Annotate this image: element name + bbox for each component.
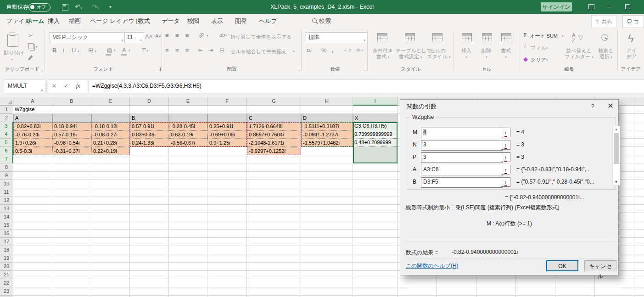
signin-button[interactable]: サインイン (541, 2, 572, 11)
cell-I4[interactable]: 0.739999999999 (353, 130, 398, 139)
grow-font-icon[interactable]: A˄ (145, 33, 152, 40)
row-header-3[interactable]: 3 (0, 122, 13, 130)
row-header-8[interactable]: 8 (0, 163, 13, 172)
conditional-formatting-button[interactable]: 条件付き書式 ▾ (370, 48, 396, 60)
cell-styles-icon[interactable] (432, 33, 442, 41)
font-name-combo[interactable]: MS Pゴシック▾ (50, 32, 125, 43)
select-all-corner[interactable] (0, 97, 13, 106)
collapse-dialog-button[interactable]: ↑ (501, 165, 510, 174)
fill-color-caret-icon[interactable]: ▾ (114, 49, 116, 52)
underline-icon[interactable]: U ▾ (72, 47, 79, 54)
formula-input[interactable]: =WZgglse(4,3,3,A3:C6,D3:F5,G3:G6,H3:H5) (88, 79, 644, 93)
column-header-A[interactable]: A (13, 97, 52, 106)
cell-G2[interactable]: C (247, 114, 301, 122)
fill-button[interactable]: フィル (531, 45, 546, 51)
comments-button[interactable]: 🗩 コメント (622, 15, 644, 28)
row-header-7[interactable]: 7 (0, 155, 13, 163)
cell-E3[interactable]: -0.28-0.45i (169, 122, 207, 130)
confirm-entry-icon[interactable]: ✓ (60, 80, 72, 92)
align-center-icon[interactable]: ≡ (175, 47, 179, 54)
copy-caret-icon[interactable]: ▾ (36, 45, 38, 49)
row-header-18[interactable]: 18 (0, 246, 13, 254)
column-header-F[interactable]: F (207, 97, 247, 106)
format-as-table-icon[interactable] (405, 33, 415, 41)
cut-icon[interactable]: ✂ (28, 32, 34, 39)
column-header-B[interactable]: B (52, 97, 91, 106)
row-header-17[interactable]: 17 (0, 238, 13, 246)
row-header-22[interactable]: 22 (0, 279, 13, 287)
align-right-icon[interactable]: ≡ (185, 47, 189, 54)
autosum-icon[interactable]: Σ (523, 32, 527, 39)
tab-developer[interactable]: 開発 (233, 14, 249, 28)
merge-center-icon[interactable]: ⊟ (219, 47, 224, 54)
wrap-text-button[interactable]: 折り返して全体を表示する (230, 34, 292, 40)
bold-icon[interactable]: B (52, 47, 56, 54)
cell-F4[interactable]: -0.69+0.09i (207, 130, 247, 139)
cell-A3[interactable]: -0.82+0.83i (13, 122, 52, 130)
cell-F3[interactable]: 0.25+0.91i (207, 122, 247, 130)
cell-A2[interactable]: A (13, 114, 52, 122)
cell-I6[interactable] (353, 147, 398, 155)
autosum-button[interactable]: オート SUM (530, 33, 558, 39)
cell-C3[interactable]: -0.18-0.12i (91, 122, 130, 130)
function-help-link[interactable]: この関数のヘルプ(H) (406, 262, 458, 270)
cell-D5[interactable]: 0.24-1.33i (130, 139, 169, 147)
cell-A4[interactable]: -0.76-0.24i (13, 130, 52, 139)
alignment-dialog-launcher-icon[interactable] (297, 67, 300, 71)
cell-E5[interactable]: -0.56-0.67i (169, 139, 207, 147)
cell-A6[interactable]: 0.5-0.3i (13, 147, 52, 155)
row-header-12[interactable]: 12 (0, 196, 13, 205)
cell-F2[interactable] (207, 114, 247, 122)
clear-icon[interactable]: ◆ (523, 56, 528, 62)
copy-icon[interactable] (28, 43, 34, 49)
fill-icon[interactable]: ⇩ (523, 44, 527, 50)
row-header-20[interactable]: 20 (0, 263, 13, 271)
cell-B5[interactable]: -0.98+0.54i (52, 139, 91, 147)
row-header-2[interactable]: 2 (0, 114, 13, 122)
cell-H5[interactable]: -1.5579+1.0462i (301, 139, 353, 147)
increase-decimal-icon[interactable]: ←.0 (343, 48, 351, 52)
insert-cells-icon[interactable] (462, 33, 472, 41)
collapse-dialog-button[interactable]: ↑ (501, 128, 510, 137)
cell-B2[interactable] (52, 114, 91, 122)
font-color-icon[interactable]: A (122, 47, 126, 54)
column-header-D[interactable]: D (130, 97, 169, 106)
shrink-font-icon[interactable]: A˅ (155, 33, 162, 39)
row-header-13[interactable]: 13 (0, 205, 13, 213)
undo-icon[interactable]: ↶▾ (75, 0, 82, 14)
cell-E2[interactable] (169, 114, 207, 122)
font-dialog-launcher-icon[interactable] (157, 67, 161, 71)
phonetic-guide-icon[interactable]: ア▾ (141, 47, 148, 54)
share-button[interactable]: ⇪ 共有 (591, 15, 616, 28)
percent-icon[interactable]: % (321, 47, 327, 54)
clear-caret-icon[interactable]: ▾ (546, 58, 548, 62)
row-header-4[interactable]: 4 (0, 130, 13, 139)
number-dialog-launcher-icon[interactable] (363, 67, 366, 71)
scroll-up-icon[interactable]: ▲ (613, 128, 620, 131)
delete-cells-icon[interactable] (482, 33, 492, 41)
ideas-button[interactable]: アイデア (622, 48, 641, 60)
save-icon[interactable] (62, 4, 68, 11)
row-header-9[interactable]: 9 (0, 172, 13, 180)
cell-D2[interactable]: B (130, 114, 169, 122)
tab-help[interactable]: ヘルプ (257, 14, 279, 28)
search-box[interactable]: 検索 (310, 14, 333, 28)
row-header-1[interactable]: 1 (0, 106, 13, 114)
ok-button[interactable]: OK (546, 260, 578, 271)
tab-insert[interactable]: 挿入 (46, 14, 62, 28)
font-color-caret-icon[interactable]: ▾ (129, 49, 130, 52)
cell-I2[interactable]: X (353, 114, 398, 122)
collapse-dialog-button[interactable]: ↑ (501, 140, 510, 150)
cell-A1[interactable]: WZgglse (13, 106, 52, 114)
fill-color-icon[interactable]: ▨ (106, 47, 112, 54)
cell-I7[interactable] (353, 155, 398, 163)
clear-button[interactable]: クリア (531, 56, 546, 63)
merge-center-button[interactable]: セルを結合して中央揃え (230, 48, 287, 55)
cell-D3[interactable]: 0.57-0.91i (130, 122, 169, 130)
align-left-icon[interactable]: ≡ (165, 47, 169, 54)
cell-H4[interactable]: -0.0941-1.2737i (301, 130, 353, 139)
scroll-thumb[interactable] (614, 133, 619, 164)
autosum-caret-icon[interactable]: ▾ (562, 34, 564, 38)
collapse-dialog-button[interactable]: ↑ (501, 177, 510, 187)
row-header-10[interactable]: 10 (0, 180, 13, 188)
